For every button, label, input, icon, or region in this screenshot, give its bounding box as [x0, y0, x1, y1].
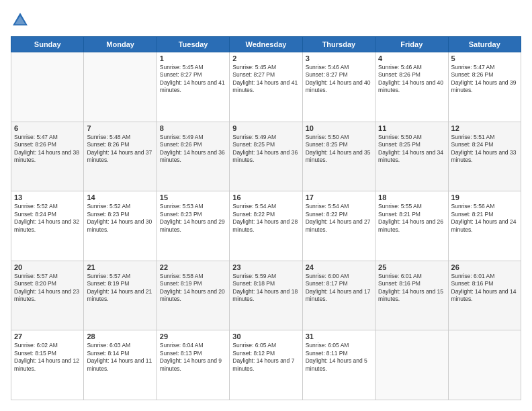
- cell-info: Sunrise: 5:51 AMSunset: 8:24 PMDaylight:…: [451, 134, 518, 165]
- calendar-cell: 22Sunrise: 5:58 AMSunset: 8:19 PMDayligh…: [157, 261, 229, 330]
- day-header-wednesday: Wednesday: [230, 37, 302, 52]
- day-number: 21: [87, 263, 153, 271]
- calendar-cell: 29Sunrise: 6:04 AMSunset: 8:13 PMDayligh…: [157, 330, 229, 400]
- cell-info: Sunrise: 6:01 AMSunset: 8:16 PMDaylight:…: [378, 273, 445, 304]
- calendar-cell: 31Sunrise: 6:05 AMSunset: 8:11 PMDayligh…: [302, 330, 375, 400]
- day-number: 31: [306, 332, 372, 340]
- cell-info: Sunrise: 6:04 AMSunset: 8:13 PMDaylight:…: [160, 342, 226, 373]
- cell-info: Sunrise: 6:00 AMSunset: 8:17 PMDaylight:…: [306, 273, 372, 304]
- header: [11, 11, 521, 30]
- day-number: 13: [14, 193, 81, 201]
- cell-info: Sunrise: 6:01 AMSunset: 8:16 PMDaylight:…: [451, 273, 518, 304]
- cell-info: Sunrise: 5:50 AMSunset: 8:25 PMDaylight:…: [378, 134, 445, 165]
- calendar-table: SundayMondayTuesdayWednesdayThursdayFrid…: [11, 36, 521, 400]
- calendar-cell: 21Sunrise: 5:57 AMSunset: 8:19 PMDayligh…: [84, 261, 157, 330]
- day-header-saturday: Saturday: [448, 37, 521, 52]
- day-number: 20: [14, 263, 81, 271]
- day-header-thursday: Thursday: [302, 37, 375, 52]
- calendar-cell: 18Sunrise: 5:55 AMSunset: 8:21 PMDayligh…: [375, 191, 448, 261]
- day-number: 4: [378, 54, 445, 62]
- cell-info: Sunrise: 6:02 AMSunset: 8:15 PMDaylight:…: [14, 342, 81, 373]
- cell-info: Sunrise: 5:50 AMSunset: 8:25 PMDaylight:…: [306, 134, 372, 165]
- calendar-cell: [11, 52, 84, 122]
- day-number: 25: [378, 263, 445, 271]
- cell-info: Sunrise: 5:56 AMSunset: 8:21 PMDaylight:…: [451, 203, 518, 234]
- calendar-cell: [84, 52, 157, 122]
- calendar-cell: 13Sunrise: 5:52 AMSunset: 8:24 PMDayligh…: [11, 191, 84, 261]
- calendar-cell: 1Sunrise: 5:45 AMSunset: 8:27 PMDaylight…: [157, 52, 229, 122]
- calendar-cell: 16Sunrise: 5:54 AMSunset: 8:22 PMDayligh…: [230, 191, 302, 261]
- calendar-week-2: 6Sunrise: 5:47 AMSunset: 8:26 PMDaylight…: [11, 122, 521, 191]
- calendar-cell: 11Sunrise: 5:50 AMSunset: 8:25 PMDayligh…: [375, 122, 448, 191]
- calendar-cell: 19Sunrise: 5:56 AMSunset: 8:21 PMDayligh…: [448, 191, 521, 261]
- calendar-cell: 5Sunrise: 5:47 AMSunset: 8:26 PMDaylight…: [448, 52, 521, 122]
- day-number: 8: [160, 124, 226, 132]
- cell-info: Sunrise: 5:46 AMSunset: 8:27 PMDaylight:…: [306, 64, 372, 95]
- day-number: 6: [14, 124, 81, 132]
- cell-info: Sunrise: 6:05 AMSunset: 8:12 PMDaylight:…: [232, 342, 299, 373]
- cell-info: Sunrise: 6:03 AMSunset: 8:14 PMDaylight:…: [87, 342, 153, 373]
- calendar-week-5: 27Sunrise: 6:02 AMSunset: 8:15 PMDayligh…: [11, 330, 521, 400]
- day-number: 15: [160, 193, 226, 201]
- day-header-sunday: Sunday: [11, 37, 84, 52]
- calendar-cell: 28Sunrise: 6:03 AMSunset: 8:14 PMDayligh…: [84, 330, 157, 400]
- cell-info: Sunrise: 5:46 AMSunset: 8:26 PMDaylight:…: [378, 64, 445, 95]
- day-number: 28: [87, 332, 153, 340]
- calendar-header-row: SundayMondayTuesdayWednesdayThursdayFrid…: [11, 37, 521, 52]
- calendar-cell: 27Sunrise: 6:02 AMSunset: 8:15 PMDayligh…: [11, 330, 84, 400]
- logo-icon: [11, 11, 30, 30]
- calendar-cell: 2Sunrise: 5:45 AMSunset: 8:27 PMDaylight…: [230, 52, 302, 122]
- cell-info: Sunrise: 6:05 AMSunset: 8:11 PMDaylight:…: [306, 342, 372, 373]
- cell-info: Sunrise: 5:58 AMSunset: 8:19 PMDaylight:…: [160, 273, 226, 304]
- day-number: 5: [451, 54, 518, 62]
- day-number: 14: [87, 193, 153, 201]
- calendar-cell: 17Sunrise: 5:54 AMSunset: 8:22 PMDayligh…: [302, 191, 375, 261]
- cell-info: Sunrise: 5:52 AMSunset: 8:23 PMDaylight:…: [87, 203, 153, 234]
- cell-info: Sunrise: 5:49 AMSunset: 8:25 PMDaylight:…: [232, 134, 299, 165]
- cell-info: Sunrise: 5:49 AMSunset: 8:26 PMDaylight:…: [160, 134, 226, 165]
- day-number: 19: [451, 193, 518, 201]
- calendar-cell: [375, 330, 448, 400]
- day-number: 17: [306, 193, 372, 201]
- cell-info: Sunrise: 5:47 AMSunset: 8:26 PMDaylight:…: [14, 134, 81, 165]
- day-number: 27: [14, 332, 81, 340]
- day-header-friday: Friday: [375, 37, 448, 52]
- day-number: 10: [306, 124, 372, 132]
- page: SundayMondayTuesdayWednesdayThursdayFrid…: [0, 0, 532, 411]
- day-number: 24: [306, 263, 372, 271]
- cell-info: Sunrise: 5:45 AMSunset: 8:27 PMDaylight:…: [232, 64, 299, 95]
- cell-info: Sunrise: 5:53 AMSunset: 8:23 PMDaylight:…: [160, 203, 226, 234]
- day-number: 1: [160, 54, 226, 62]
- calendar-cell: 30Sunrise: 6:05 AMSunset: 8:12 PMDayligh…: [230, 330, 302, 400]
- calendar-cell: 3Sunrise: 5:46 AMSunset: 8:27 PMDaylight…: [302, 52, 375, 122]
- day-header-tuesday: Tuesday: [157, 37, 229, 52]
- calendar-cell: 12Sunrise: 5:51 AMSunset: 8:24 PMDayligh…: [448, 122, 521, 191]
- calendar-cell: 6Sunrise: 5:47 AMSunset: 8:26 PMDaylight…: [11, 122, 84, 191]
- day-number: 22: [160, 263, 226, 271]
- cell-info: Sunrise: 5:45 AMSunset: 8:27 PMDaylight:…: [160, 64, 226, 95]
- day-number: 3: [306, 54, 372, 62]
- day-number: 30: [232, 332, 299, 340]
- day-number: 26: [451, 263, 518, 271]
- day-number: 18: [378, 193, 445, 201]
- day-number: 12: [451, 124, 518, 132]
- calendar-cell: 20Sunrise: 5:57 AMSunset: 8:20 PMDayligh…: [11, 261, 84, 330]
- calendar-cell: 7Sunrise: 5:48 AMSunset: 8:26 PMDaylight…: [84, 122, 157, 191]
- cell-info: Sunrise: 5:55 AMSunset: 8:21 PMDaylight:…: [378, 203, 445, 234]
- day-number: 29: [160, 332, 226, 340]
- day-number: 7: [87, 124, 153, 132]
- day-number: 11: [378, 124, 445, 132]
- cell-info: Sunrise: 5:57 AMSunset: 8:20 PMDaylight:…: [14, 273, 81, 304]
- day-header-monday: Monday: [84, 37, 157, 52]
- day-number: 9: [232, 124, 299, 132]
- cell-info: Sunrise: 5:57 AMSunset: 8:19 PMDaylight:…: [87, 273, 153, 304]
- calendar-week-4: 20Sunrise: 5:57 AMSunset: 8:20 PMDayligh…: [11, 261, 521, 330]
- logo: [11, 11, 32, 30]
- calendar-cell: 15Sunrise: 5:53 AMSunset: 8:23 PMDayligh…: [157, 191, 229, 261]
- day-number: 16: [232, 193, 299, 201]
- cell-info: Sunrise: 5:48 AMSunset: 8:26 PMDaylight:…: [87, 134, 153, 165]
- cell-info: Sunrise: 5:47 AMSunset: 8:26 PMDaylight:…: [451, 64, 518, 95]
- calendar-cell: 4Sunrise: 5:46 AMSunset: 8:26 PMDaylight…: [375, 52, 448, 122]
- day-number: 2: [232, 54, 299, 62]
- calendar-cell: 8Sunrise: 5:49 AMSunset: 8:26 PMDaylight…: [157, 122, 229, 191]
